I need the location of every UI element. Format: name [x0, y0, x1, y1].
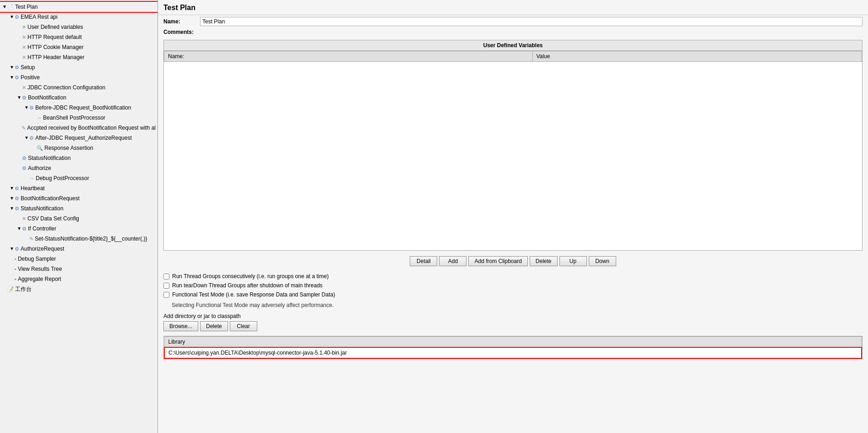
tree-icon-bootnotifreq: ⚙ — [15, 194, 19, 203]
tree-toggle-emea[interactable]: ▼ — [9, 13, 15, 21]
tree-icon-bootnotif: ⚙ — [22, 93, 27, 102]
tree-icon-positive: ⚙ — [15, 73, 19, 82]
tree-item-positive[interactable]: ▼⚙Positive — [0, 72, 157, 82]
options-section: Run Thread Groups consecutively (i.e. ru… — [158, 270, 868, 301]
panel-title: Test Plan — [158, 0, 868, 15]
tree-item-bootnotif[interactable]: ▼⚙BootNotification — [0, 93, 157, 103]
tree-toggle-authorizereq[interactable]: ▼ — [9, 245, 15, 253]
tree-item-setstatusnotif[interactable]: ✎Set-StatusNotification-${title2}_${__co… — [0, 234, 157, 244]
tree-label-httpheader: HTTP Header Manager — [27, 53, 85, 61]
checkbox-consecutive[interactable] — [163, 274, 169, 280]
tree-label-workbench: 工作台 — [15, 285, 32, 293]
up-button[interactable]: Up — [559, 256, 587, 266]
tree-item-authorize[interactable]: ⚙Authorize — [0, 163, 157, 173]
tree-item-testplan[interactable]: ▼📄Test Plan — [0, 2, 157, 12]
tree-item-bootnotifreq[interactable]: ▼⚙BootNotificationRequest — [0, 193, 157, 203]
tree-icon-statusnotif: ⚙ — [22, 154, 27, 162]
detail-button[interactable]: Detail — [410, 256, 437, 266]
tree-item-responseassertion[interactable]: 🔍Response Assertion — [0, 143, 157, 153]
browse-button[interactable]: Browse... — [163, 321, 198, 331]
tree-item-debugpost[interactable]: →Debug PostProcessor — [0, 173, 157, 183]
library-table: Library C:\Users\cuiping.yan.DELTA\Deskt… — [164, 336, 862, 359]
tree-label-debugpost: Debug PostProcessor — [36, 174, 89, 182]
tree-label-statusnotif: StatusNotification — [28, 154, 71, 162]
tree-label-statusnotif2: StatusNotification — [21, 204, 63, 213]
clear-button[interactable]: Clear — [230, 321, 257, 331]
tree-label-afterjdbc: After-JDBC Request_AuthorizeRequest — [35, 134, 132, 142]
tree-item-httpheader[interactable]: ✕HTTP Header Manager — [0, 52, 157, 62]
add-from-clipboard-button[interactable]: Add from Clipboard — [468, 256, 527, 266]
classpath-buttons: Browse... Delete Clear — [163, 321, 863, 331]
tree-label-uservars: User Defined variables — [27, 23, 83, 31]
checkbox-teardown[interactable] — [163, 283, 169, 289]
tree-toggle-bootnotifreq[interactable]: ▼ — [9, 194, 15, 203]
classpath-section: Add directory or jar to classpath Browse… — [158, 311, 868, 336]
tree-item-jdbcconn[interactable]: ✕JDBC Connection Configuration — [0, 82, 157, 93]
checkbox-consecutive-label: Run Thread Groups consecutively (i.e. ru… — [172, 273, 329, 280]
checkbox-row-teardown: Run tearDown Thread Groups after shutdow… — [163, 281, 863, 290]
tree-toggle-testplan[interactable]: ▼ — [2, 3, 7, 11]
tree-toggle-positive[interactable]: ▼ — [9, 73, 15, 82]
tree-item-beanshell[interactable]: →BeanShell PostProcessor — [0, 113, 157, 123]
tree-item-afterjdbc[interactable]: ▼⚙After-JDBC Request_AuthorizeRequest — [0, 133, 157, 143]
tree-toggle-ifcontroller[interactable]: ▼ — [16, 225, 22, 233]
tree-item-emea[interactable]: ▼⚙EMEA Rest api — [0, 12, 157, 22]
tree-icon-beforejdbc: ⚙ — [29, 104, 34, 112]
down-button[interactable]: Down — [589, 256, 616, 266]
tree-item-csvdata[interactable]: ✕CSV Data Set Config — [0, 214, 157, 224]
tree-icon-accrec: ✎ — [22, 124, 26, 132]
tree-label-positive: Positive — [21, 73, 40, 82]
classpath-label: Add directory or jar to classpath — [163, 313, 863, 319]
tree-toggle-bootnotif[interactable]: ▼ — [16, 93, 22, 102]
library-row[interactable]: C:\Users\cuiping.yan.DELTA\Desktop\mysql… — [164, 347, 862, 358]
checkbox-functional[interactable] — [163, 292, 169, 298]
tree-item-ifcontroller[interactable]: ▼⚙If Controller — [0, 224, 157, 234]
delete-button[interactable]: Delete — [530, 256, 558, 266]
tree-icon-ifcontroller: ⚙ — [22, 225, 27, 233]
tree-item-setup[interactable]: ▼⚙Setup — [0, 62, 157, 72]
tree-item-statusnotif[interactable]: ⚙StatusNotification — [0, 153, 157, 163]
tree-toggle-heartbeat[interactable]: ▼ — [9, 184, 15, 192]
tree-item-debugsampler[interactable]: ▪Debug Sampler — [0, 254, 157, 264]
tree-label-debugsampler: Debug Sampler — [18, 255, 56, 263]
name-label: Name: — [163, 18, 200, 25]
tree-label-csvdata: CSV Data Set Config — [27, 214, 79, 223]
library-col-header: Library — [164, 337, 862, 348]
tree-item-viewresults[interactable]: ▪View Results Tree — [0, 264, 157, 274]
tree-icon-heartbeat: ⚙ — [15, 184, 19, 192]
tree-label-viewresults: View Results Tree — [18, 265, 62, 273]
name-input[interactable] — [200, 17, 863, 26]
tree-label-authorizereq: AuthorizeRequest — [21, 245, 64, 253]
classpath-delete-button[interactable]: Delete — [200, 321, 228, 331]
tree-item-accrec[interactable]: ✎Accpted received by BootNotification Re… — [0, 123, 157, 133]
tree-item-statusnotif2[interactable]: ▼⚙StatusNotification — [0, 203, 157, 214]
checkbox-row-functional: Functional Test Mode (i.e. save Response… — [163, 290, 863, 299]
tree-item-aggregatereport[interactable]: ▪Aggregate Report — [0, 274, 157, 284]
tree-label-bootnotif: BootNotification — [28, 93, 66, 102]
tree-label-accrec: Accpted received by BootNotification Req… — [27, 124, 156, 132]
add-button[interactable]: Add — [439, 256, 467, 266]
tree-label-emea: EMEA Rest api — [21, 13, 58, 21]
tree-label-httpcookie: HTTP Cookie Manager — [27, 43, 84, 51]
tree-label-beanshell: BeanShell PostProcessor — [43, 114, 105, 122]
tree-icon-debugpost: → — [29, 174, 34, 182]
tree-icon-setup: ⚙ — [15, 63, 19, 71]
tree-label-heartbeat: Heartbeat — [21, 184, 45, 192]
tree-toggle-statusnotif2[interactable]: ▼ — [9, 204, 15, 213]
tree-toggle-afterjdbc[interactable]: ▼ — [24, 134, 29, 142]
tree-item-workbench[interactable]: 📝工作台 — [0, 284, 157, 294]
tree-icon-debugsampler: ▪ — [15, 255, 16, 263]
tree-item-beforejdbc[interactable]: ▼⚙Before-JDBC Request_BootNotification — [0, 103, 157, 113]
tree-toggle-setup[interactable]: ▼ — [9, 63, 15, 71]
tree-label-aggregatereport: Aggregate Report — [18, 275, 61, 283]
tree-item-authorizereq[interactable]: ▼⚙AuthorizeRequest — [0, 244, 157, 254]
tree-item-httpreq[interactable]: ✕HTTP Request default — [0, 32, 157, 42]
tree-item-httpcookie[interactable]: ✕HTTP Cookie Manager — [0, 42, 157, 52]
tree-label-setup: Setup — [21, 63, 35, 71]
tree-item-heartbeat[interactable]: ▼⚙Heartbeat — [0, 183, 157, 193]
tree-item-uservars[interactable]: ✕User Defined variables — [0, 22, 157, 32]
tree-label-setstatusnotif: Set-StatusNotification-${title2}_${__cou… — [35, 235, 147, 243]
tree-toggle-beforejdbc[interactable]: ▼ — [24, 104, 29, 112]
tree-label-beforejdbc: Before-JDBC Request_BootNotification — [35, 104, 131, 112]
tree-icon-responseassertion: 🔍 — [37, 144, 43, 152]
